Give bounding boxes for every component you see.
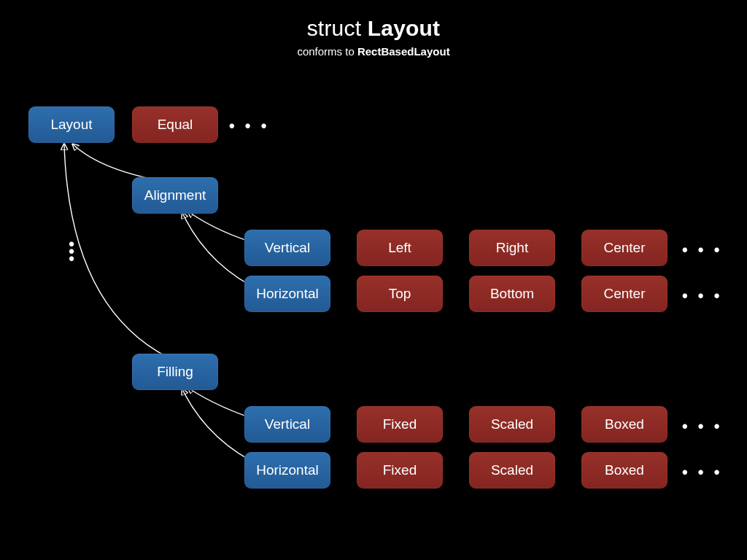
node-fill-v-opt-1: Scaled <box>469 406 555 443</box>
ellipsis-left-vertical: ••• <box>68 241 75 262</box>
node-fill-h-opt-1: Scaled <box>469 452 555 489</box>
node-alignment-vertical: Vertical <box>244 230 330 266</box>
page-subtitle: conforms to RectBasedLayout <box>0 45 747 58</box>
page-title: struct Layout <box>0 16 747 41</box>
node-layout-root: Layout <box>28 106 115 143</box>
ellipsis-fill-h: • • • <box>682 463 722 482</box>
node-align-v-opt-0: Left <box>357 230 443 266</box>
node-alignment-horizontal: Horizontal <box>244 276 330 312</box>
ellipsis-align-v: • • • <box>682 241 722 260</box>
title-name: Layout <box>368 16 441 40</box>
node-align-v-opt-1: Right <box>469 230 555 266</box>
node-alignment: Alignment <box>132 177 218 214</box>
node-fill-v-opt-0: Fixed <box>357 406 443 443</box>
ellipsis-fill-v: • • • <box>682 417 722 436</box>
node-fill-h-opt-0: Fixed <box>357 452 443 489</box>
diagram-stage: struct Layout conforms to RectBasedLayou… <box>0 0 747 560</box>
node-align-h-opt-0: Top <box>357 276 443 312</box>
node-equal: Equal <box>132 106 218 143</box>
subtitle-name: RectBasedLayout <box>357 45 450 58</box>
node-align-h-opt-1: Bottom <box>469 276 555 312</box>
title-prefix: struct <box>307 16 362 40</box>
subtitle-prefix: conforms to <box>297 45 354 58</box>
node-filling: Filling <box>132 354 218 390</box>
node-align-v-opt-2: Center <box>581 230 667 266</box>
node-align-h-opt-2: Center <box>581 276 667 312</box>
ellipsis-root-row: • • • <box>229 117 269 136</box>
node-fill-h-opt-2: Boxed <box>581 452 667 489</box>
node-filling-vertical: Vertical <box>244 406 330 443</box>
node-fill-v-opt-2: Boxed <box>581 406 667 443</box>
node-filling-horizontal: Horizontal <box>244 452 330 489</box>
ellipsis-align-h: • • • <box>682 287 722 306</box>
